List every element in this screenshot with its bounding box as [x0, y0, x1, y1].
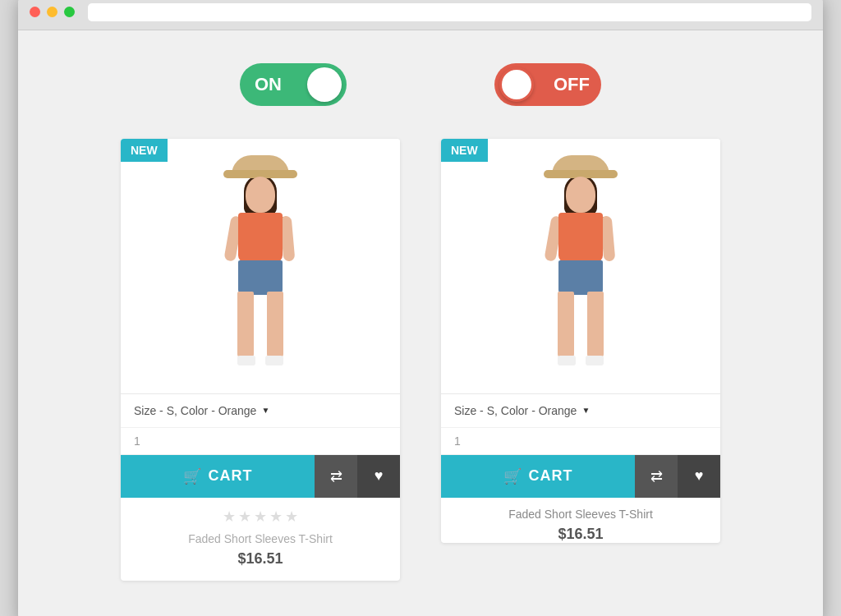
card-qty-1[interactable]: 1: [121, 428, 400, 455]
toggle-off-label: OFF: [554, 74, 590, 95]
card-variant-1[interactable]: Size - S, Color - Orange ▼: [121, 394, 400, 428]
card-info-2: Faded Short Sleeves T-Shirt $16.51: [441, 498, 720, 543]
leg-left: [237, 292, 254, 357]
shoe-left: [237, 356, 255, 365]
body-top-2: [558, 213, 603, 262]
product-price-2: $16.51: [441, 526, 720, 543]
variant-arrow-2: ▼: [581, 406, 590, 415]
shoe-right: [265, 356, 283, 365]
shorts: [238, 260, 283, 295]
wishlist-button-1[interactable]: ♥: [357, 455, 400, 498]
wishlist-icon-1: ♥: [375, 467, 384, 485]
variant-label-1: Size - S, Color - Orange: [134, 404, 256, 417]
browser-window: ON OFF NEW: [18, 0, 823, 616]
add-to-cart-button-1[interactable]: 🛒 CART: [121, 455, 315, 498]
card-actions-1: 🛒 CART ⇄ ♥: [121, 455, 400, 498]
toggle-on-knob: [307, 67, 342, 102]
toggle-off[interactable]: OFF: [494, 63, 601, 106]
cart-label-2: CART: [529, 467, 573, 485]
star-1-4: ★: [269, 508, 283, 526]
star-1-5: ★: [285, 508, 298, 526]
browser-content: ON OFF NEW: [18, 30, 823, 617]
toggles-row: ON OFF: [240, 63, 601, 106]
product-image-1: [207, 155, 314, 377]
address-bar[interactable]: [88, 3, 811, 21]
product-name-2: Faded Short Sleeves T-Shirt: [441, 508, 720, 521]
leg-right-2: [587, 292, 604, 357]
leg-right: [267, 292, 283, 357]
product-card-1: NEW: [121, 139, 400, 581]
star-1-2: ★: [238, 508, 251, 526]
shorts-2: [558, 260, 603, 295]
body-top: [238, 213, 283, 262]
toggle-on[interactable]: ON: [240, 63, 347, 106]
compare-button-2[interactable]: ⇄: [635, 455, 678, 498]
product-image-2: [527, 155, 634, 377]
star-1-3: ★: [254, 508, 267, 526]
compare-button-1[interactable]: ⇄: [315, 455, 357, 498]
star-1-1: ★: [223, 508, 236, 526]
products-row: NEW: [121, 139, 720, 581]
wishlist-button-2[interactable]: ♥: [678, 455, 720, 498]
browser-titlebar: [18, 0, 823, 30]
traffic-light-close[interactable]: [30, 7, 40, 17]
compare-icon-2: ⇄: [650, 467, 663, 485]
leg-left-2: [558, 292, 574, 357]
add-to-cart-button-2[interactable]: 🛒 CART: [441, 455, 635, 498]
variant-arrow-1: ▼: [261, 406, 269, 415]
head-2: [566, 177, 595, 213]
card-qty-2[interactable]: 1: [441, 428, 720, 455]
wishlist-icon-2: ♥: [695, 467, 704, 485]
head: [246, 177, 275, 213]
product-name-1: Faded Short Sleeves T-Shirt: [134, 532, 387, 545]
product-image-area-1: NEW: [121, 139, 400, 393]
new-badge-2: NEW: [441, 139, 488, 162]
traffic-light-fullscreen[interactable]: [64, 7, 75, 17]
cart-icon-2: 🛒: [503, 467, 522, 485]
card-stars-1: ★ ★ ★ ★ ★: [134, 508, 387, 526]
cart-label-1: CART: [209, 467, 253, 485]
product-image-area-2: NEW: [441, 139, 720, 393]
shoe-left-2: [558, 356, 576, 365]
compare-icon-1: ⇄: [330, 467, 342, 485]
card-variant-2[interactable]: Size - S, Color - Orange ▼: [441, 394, 720, 428]
shoe-right-2: [586, 356, 604, 365]
traffic-light-minimize[interactable]: [47, 7, 57, 17]
variant-label-2: Size - S, Color - Orange: [454, 404, 577, 417]
new-badge-1: NEW: [121, 139, 168, 162]
toggle-off-knob: [499, 67, 534, 102]
cart-icon-1: 🛒: [183, 467, 202, 485]
card-info-1: ★ ★ ★ ★ ★ Faded Short Sleeves T-Shirt $1…: [121, 498, 400, 581]
card-actions-2: 🛒 CART ⇄ ♥: [441, 455, 720, 498]
product-price-1: $16.51: [134, 550, 387, 568]
toggle-on-label: ON: [255, 74, 282, 95]
product-card-2: NEW: [441, 139, 720, 543]
